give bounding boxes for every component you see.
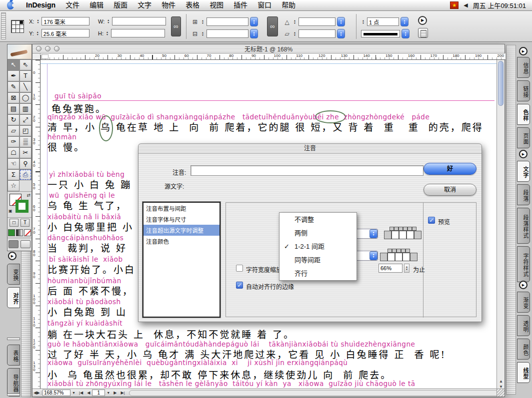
menu-item-4[interactable]: 物件 xyxy=(156,0,180,10)
view-split-arrows[interactable]: ◀▶ xyxy=(32,391,42,395)
rotation-angle-input[interactable] xyxy=(298,17,336,26)
window-title-bar[interactable]: 无标题-1 @ 168% xyxy=(32,44,504,53)
page-number-display[interactable]: 1 xyxy=(92,390,105,396)
popup-menu-item-0[interactable]: 不调整 xyxy=(280,213,356,226)
ruler-corner[interactable] xyxy=(32,53,40,60)
window-resize-grip[interactable] xyxy=(496,389,504,397)
preview-checkbox[interactable] xyxy=(428,217,435,224)
horizontal-grid-tool[interactable]: ▤ xyxy=(8,103,20,114)
gradient-tool[interactable]: ▒ xyxy=(20,136,32,147)
right-dock-tab-链接[interactable]: 链接 xyxy=(517,80,530,101)
cancel-button[interactable]: 取消 xyxy=(424,184,476,196)
ruby-list-item-1[interactable]: 注音字体与尺寸 xyxy=(144,214,220,225)
star-tool[interactable]: ☆ xyxy=(8,180,20,191)
frame-tool[interactable]: ⊠ xyxy=(8,92,20,103)
spacing-popup-stepper[interactable] xyxy=(370,251,378,260)
eyedropper-tool[interactable]: ✑ xyxy=(8,136,20,147)
auto-align-checkbox[interactable] xyxy=(236,282,243,289)
next-page-button[interactable]: ▶ xyxy=(112,391,118,395)
height-input[interactable] xyxy=(111,29,165,37)
formatting-affects-text-button[interactable]: T xyxy=(20,219,30,227)
pencil-tool[interactable]: ✎ xyxy=(8,81,20,92)
vertical-grid-tool[interactable]: ▥ xyxy=(20,103,32,114)
vertical-ruler[interactable]: 0102030405060708090100110120130 xyxy=(32,60,40,390)
right-dock-tab-信息[interactable]: 信息 xyxy=(517,57,530,78)
sigma-tool[interactable]: Σ xyxy=(8,169,20,180)
scale-y-input[interactable] xyxy=(206,29,248,38)
zoom-popup-arrow-icon[interactable]: ▼ xyxy=(70,391,77,395)
palette-drag-handle[interactable] xyxy=(1,12,6,39)
right-dock-tab-段落[interactable]: 段落 xyxy=(517,184,530,205)
swap-fill-stroke-icon[interactable]: ⇄ xyxy=(26,193,30,198)
hand-tool[interactable]: ☜ xyxy=(8,158,20,169)
right-dock-tab-线型[interactable]: 线型 xyxy=(517,362,530,383)
menu-item-6[interactable]: 视图 xyxy=(204,0,228,10)
last-page-button[interactable]: ▶| xyxy=(118,391,126,395)
ruby-list-item-3[interactable]: 注音颜色 xyxy=(144,236,220,247)
ruby-text-input[interactable] xyxy=(190,165,424,176)
left-dock-tab-对齐[interactable]: 对齐 xyxy=(7,287,20,308)
previous-page-button[interactable]: ◀ xyxy=(85,391,92,395)
default-fill-stroke-icon[interactable]: ▣ xyxy=(8,209,12,213)
left-dock-tab-变换[interactable]: 变换 xyxy=(7,264,20,285)
menu-bar-clock[interactable]: 周五 上午09:51:01 xyxy=(473,0,526,10)
ruby-list-item-2[interactable]: 注音超出源文字时调整 xyxy=(144,225,220,236)
menu-item-3[interactable]: 文字 xyxy=(132,0,156,10)
dock-resize-handle[interactable] xyxy=(7,394,20,396)
right-dock-tab-段落样式[interactable]: 段落样式 xyxy=(517,208,530,244)
scale-x-stepper-icon[interactable] xyxy=(200,18,205,26)
popup-menu-item-2[interactable]: 1-2-1 间距✓ xyxy=(280,240,356,253)
apply-gradient-button[interactable] xyxy=(16,229,23,236)
left-dock-strip[interactable] xyxy=(21,250,31,397)
y-stepper-icon[interactable] xyxy=(36,29,40,37)
apply-color-button[interactable] xyxy=(8,229,15,236)
right-dock-group-1-menu-button[interactable]: ▶ xyxy=(519,150,528,158)
preview-view-button[interactable] xyxy=(20,240,30,248)
horizontal-scrollbar[interactable] xyxy=(129,390,502,396)
menu-item-app[interactable]: InDesign xyxy=(21,0,60,10)
vertical-scrollbar[interactable]: ▲▼ xyxy=(496,60,504,390)
left-dock-menu-button[interactable]: ▶ xyxy=(8,252,16,260)
menu-item-5[interactable]: 表格 xyxy=(180,0,204,10)
scale-x-popup-stepper[interactable] xyxy=(250,17,258,26)
scale-tool[interactable]: ⤢ xyxy=(20,114,32,125)
right-dock-group-2-menu-button[interactable]: ▶ xyxy=(519,281,528,289)
ellipse-tool[interactable]: ◯ xyxy=(20,92,32,103)
plugin-tool[interactable]: ☖ xyxy=(8,147,20,158)
right-dock-tab-文字[interactable]: 文字 xyxy=(517,161,530,182)
left-dock-tab-导航器[interactable]: 导航器 xyxy=(7,368,20,397)
right-dock-strip[interactable] xyxy=(506,45,516,395)
popup-menu-item-3[interactable]: 同等间距 xyxy=(280,253,356,267)
pen-tool[interactable]: ✒ xyxy=(8,70,20,81)
scale-y-stepper-icon[interactable] xyxy=(200,30,205,38)
scale-limit-input[interactable] xyxy=(378,264,402,273)
stroke-style-swatch[interactable] xyxy=(361,30,400,37)
height-stepper-icon[interactable] xyxy=(105,29,110,37)
menu-item-8[interactable]: 窗口 xyxy=(252,0,276,10)
dock-resize-handle[interactable] xyxy=(7,338,20,340)
stroke-style-popup-stepper[interactable] xyxy=(402,29,410,38)
y-position-input[interactable] xyxy=(42,29,90,37)
link-scale-button[interactable]: ∞ xyxy=(267,16,278,36)
popup-menu-item-4[interactable]: 齐行 xyxy=(280,267,356,280)
shear-popup-stepper[interactable] xyxy=(337,29,345,38)
character-scale-checkbox[interactable] xyxy=(236,265,243,272)
direct-selection-tool[interactable]: ⇖ xyxy=(20,59,32,70)
scale-y-popup-stepper[interactable] xyxy=(250,29,258,38)
scale-limit-stepper[interactable] xyxy=(404,264,410,273)
stroke-color-swatch[interactable] xyxy=(16,200,28,213)
right-dock-group-0-menu-button[interactable]: ▶ xyxy=(519,47,528,55)
palette-menu-button[interactable]: ▶ xyxy=(418,16,427,25)
menu-item-7[interactable]: 插件 xyxy=(228,0,252,10)
stroke-weight-stepper-icon[interactable] xyxy=(361,18,366,26)
apply-none-button[interactable] xyxy=(24,229,31,236)
first-page-button[interactable]: |◀ xyxy=(77,391,85,395)
ruler-origin-marker[interactable] xyxy=(42,54,48,59)
dialog-title-bar[interactable]: 注音 xyxy=(138,144,482,154)
formatting-affects-container-button[interactable]: □ xyxy=(10,219,18,227)
right-dock-tab-字符样式[interactable]: 字符样式 xyxy=(517,246,530,282)
shear-tool[interactable]: ▱ xyxy=(8,125,20,136)
line-tool[interactable]: ╲ xyxy=(20,81,32,92)
zoom-tool[interactable]: ⚲ xyxy=(20,158,32,169)
vertical-scrollbar-thumb[interactable] xyxy=(498,61,504,106)
